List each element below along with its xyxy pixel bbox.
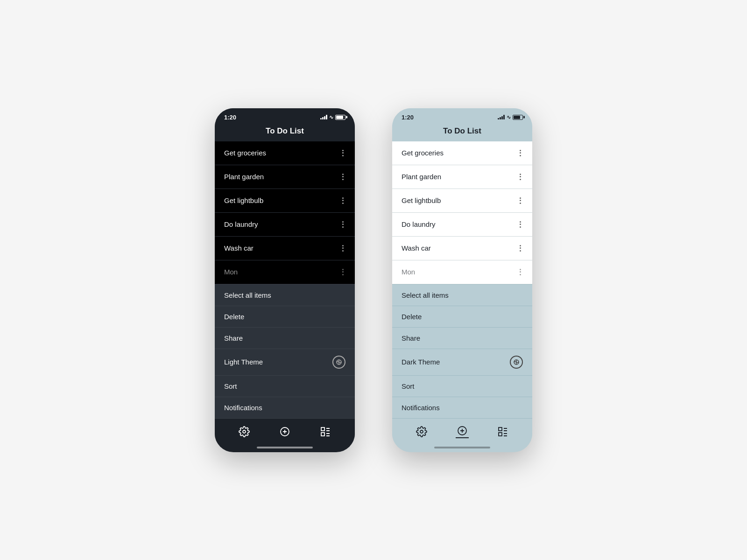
menu-delete-label-light: Delete xyxy=(402,313,422,321)
todo-label-light-5: Wash car xyxy=(402,244,431,252)
overlay-menu-light: Select all items Delete Share Dark Theme xyxy=(392,284,532,419)
home-indicator-dark xyxy=(215,443,355,452)
svg-rect-18 xyxy=(499,427,502,431)
svg-point-14 xyxy=(420,430,423,433)
theme-icon-dark xyxy=(332,356,345,369)
todo-item-light-5[interactable]: Wash car xyxy=(392,237,532,260)
todo-label-light-6: Mon xyxy=(402,268,415,276)
settings-nav-light[interactable] xyxy=(415,425,428,438)
bottom-nav-dark xyxy=(215,419,355,443)
menu-delete-label-dark: Delete xyxy=(224,313,244,321)
dots-menu-dark-2[interactable] xyxy=(340,172,345,182)
menu-notifications-label-dark: Notifications xyxy=(224,404,262,412)
dots-menu-dark-1[interactable] xyxy=(340,148,345,158)
wifi-icon-light: ∿ xyxy=(507,114,511,120)
menu-notifications-light[interactable]: Notifications xyxy=(392,397,532,419)
time-light: 1:20 xyxy=(402,114,414,121)
theme-icon-light xyxy=(510,356,523,369)
menu-theme-dark[interactable]: Light Theme xyxy=(215,349,355,376)
status-icons-dark: ∿ xyxy=(320,114,345,120)
menu-sort-dark[interactable]: Sort xyxy=(215,376,355,397)
dots-menu-light-5[interactable] xyxy=(518,243,523,253)
dots-menu-dark-3[interactable] xyxy=(340,196,345,206)
status-icons-light: ∿ xyxy=(498,114,523,120)
todo-item-dark-5[interactable]: Wash car xyxy=(215,237,355,260)
menu-share-dark[interactable]: Share xyxy=(215,328,355,349)
add-nav-dark[interactable] xyxy=(278,425,291,438)
add-nav-light[interactable] xyxy=(456,425,469,438)
todo-item-dark-6[interactable]: Mon xyxy=(215,260,355,284)
dots-menu-light-6[interactable] xyxy=(518,267,523,277)
menu-select-all-label-dark: Select all items xyxy=(224,291,271,299)
dots-menu-light-4[interactable] xyxy=(518,219,523,230)
todo-label-dark-2: Plant garden xyxy=(224,173,264,181)
todo-label-dark-5: Wash car xyxy=(224,244,254,252)
menu-theme-label-dark: Light Theme xyxy=(224,358,263,366)
signal-icon-dark xyxy=(320,115,327,119)
phone-light: 1:20 ∿ To Do List Get groceries xyxy=(392,108,532,452)
todo-label-dark-6: Mon xyxy=(224,268,238,276)
status-bar-dark: 1:20 ∿ xyxy=(215,108,355,123)
todo-item-light-2[interactable]: Plant garden xyxy=(392,165,532,189)
title-dark: To Do List xyxy=(215,123,355,141)
menu-select-all-label-light: Select all items xyxy=(402,291,449,299)
todo-item-light-4[interactable]: Do laundry xyxy=(392,213,532,237)
todo-item-dark-1[interactable]: Get groceries xyxy=(215,141,355,165)
list-nav-dark[interactable] xyxy=(319,425,332,438)
battery-icon-dark xyxy=(335,115,345,120)
menu-delete-dark[interactable]: Delete xyxy=(215,306,355,328)
todo-label-dark-4: Do laundry xyxy=(224,220,258,228)
menu-share-label-dark: Share xyxy=(224,334,243,342)
home-indicator-light xyxy=(392,443,532,452)
svg-rect-19 xyxy=(499,433,502,436)
time-dark: 1:20 xyxy=(224,114,236,121)
main-container: 1:20 ∿ To Do List Get groceries xyxy=(187,80,560,480)
dots-menu-light-3[interactable] xyxy=(518,196,523,206)
bottom-nav-light xyxy=(392,419,532,443)
settings-nav-dark[interactable] xyxy=(238,425,251,438)
todo-item-dark-3[interactable]: Get lightbulb xyxy=(215,189,355,213)
todo-item-light-3[interactable]: Get lightbulb xyxy=(392,189,532,213)
menu-sort-label-light: Sort xyxy=(402,382,415,390)
menu-sort-label-dark: Sort xyxy=(224,382,237,390)
menu-select-all-dark[interactable]: Select all items xyxy=(215,285,355,306)
todo-list-light: Get groceries Plant garden Get lightbulb… xyxy=(392,141,532,284)
wifi-icon-dark: ∿ xyxy=(329,114,333,120)
battery-icon-light xyxy=(513,115,523,120)
svg-rect-6 xyxy=(321,427,324,431)
title-light: To Do List xyxy=(392,123,532,141)
svg-point-2 xyxy=(243,430,246,433)
menu-theme-light[interactable]: Dark Theme xyxy=(392,349,532,376)
menu-share-light[interactable]: Share xyxy=(392,328,532,349)
phone-dark: 1:20 ∿ To Do List Get groceries xyxy=(215,108,355,452)
todo-label-dark-1: Get groceries xyxy=(224,149,266,157)
menu-select-all-light[interactable]: Select all items xyxy=(392,285,532,306)
todo-label-light-2: Plant garden xyxy=(402,173,441,181)
menu-sort-light[interactable]: Sort xyxy=(392,376,532,397)
svg-rect-7 xyxy=(321,433,324,436)
signal-icon-light xyxy=(498,115,505,119)
status-bar-light: 1:20 ∿ xyxy=(392,108,532,123)
menu-notifications-label-light: Notifications xyxy=(402,404,440,412)
todo-item-light-6[interactable]: Mon xyxy=(392,260,532,284)
todo-item-dark-4[interactable]: Do laundry xyxy=(215,213,355,237)
menu-notifications-dark[interactable]: Notifications xyxy=(215,397,355,419)
todo-label-dark-3: Get lightbulb xyxy=(224,196,263,204)
todo-label-light-4: Do laundry xyxy=(402,220,436,228)
menu-share-label-light: Share xyxy=(402,334,420,342)
dots-menu-dark-4[interactable] xyxy=(340,219,345,230)
todo-label-light-1: Get groceries xyxy=(402,149,444,157)
todo-item-light-1[interactable]: Get groceries xyxy=(392,141,532,165)
overlay-menu-dark: Select all items Delete Share Light Them… xyxy=(215,284,355,419)
list-nav-light[interactable] xyxy=(496,425,509,438)
dots-menu-dark-6[interactable] xyxy=(340,267,345,277)
dots-menu-dark-5[interactable] xyxy=(340,243,345,253)
dots-menu-light-1[interactable] xyxy=(518,148,523,158)
menu-theme-label-light: Dark Theme xyxy=(402,358,440,366)
todo-item-dark-2[interactable]: Plant garden xyxy=(215,165,355,189)
todo-label-light-3: Get lightbulb xyxy=(402,196,441,204)
dots-menu-light-2[interactable] xyxy=(518,172,523,182)
menu-delete-light[interactable]: Delete xyxy=(392,306,532,328)
todo-list-dark: Get groceries Plant garden Get lightbulb… xyxy=(215,141,355,284)
